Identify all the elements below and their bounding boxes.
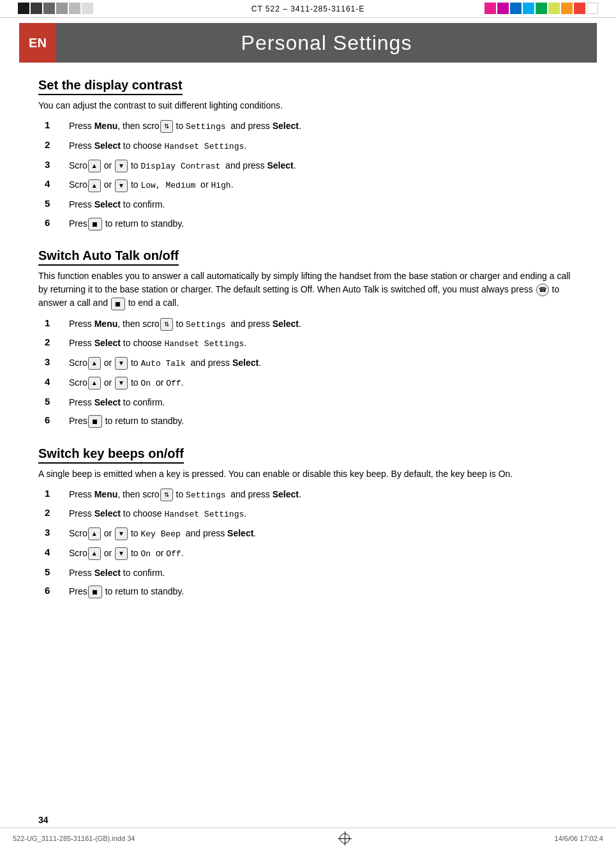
top-bar-text: CT 522 – 3411-285-31161-E (252, 4, 365, 13)
scroll-icon: ⇅ (160, 488, 173, 501)
step-2-6: 6 Pres⏹ to return to standby. (45, 414, 578, 428)
step-3-5: 5 Press Select to confirm. (45, 566, 578, 580)
step-text: Press Select to choose Handset Settings. (69, 139, 578, 154)
step-number: 6 (45, 584, 69, 596)
step-number: 3 (45, 526, 69, 538)
step-text: Scro▲ or ▼ to Display Contrast and press… (69, 158, 578, 174)
page-header: EN Personal Settings (19, 23, 597, 63)
scroll-icon: ⇅ (160, 120, 173, 133)
step-3-1: 1 Press Menu, then scro⇅ to Settings and… (45, 487, 578, 503)
keyword-select: Select (94, 140, 121, 151)
steps-key-beeps: 1 Press Menu, then scro⇅ to Settings and… (45, 487, 578, 599)
end-call-icon: ⏹ (88, 218, 102, 231)
keyword-menu: Menu (94, 489, 118, 499)
menu-item: Handset Settings (164, 339, 244, 349)
section-title-auto-talk: Switch Auto Talk on/off (38, 248, 179, 266)
scroll-up-icon: ▲ (88, 160, 101, 172)
step-number: 2 (45, 139, 69, 150)
scroll-down-icon: ▼ (115, 160, 128, 172)
menu-item: Handset Settings (164, 510, 244, 519)
keyword-menu: Menu (94, 121, 118, 131)
step-number: 2 (45, 506, 69, 518)
step-2-3: 3 Scro▲ or ▼ to Auto Talk and press Sele… (45, 356, 578, 371)
scroll-icon: ⇅ (160, 318, 173, 331)
step-3-6: 6 Pres⏹ to return to standby. (45, 584, 578, 598)
keyword-select: Select (94, 397, 121, 407)
steps-display-contrast: 1 Press Menu, then scro⇅ to Settings and… (45, 119, 578, 231)
step-text: Press Select to choose Handset Settings. (69, 336, 578, 351)
step-number: 2 (45, 336, 69, 347)
menu-item: Off (166, 549, 181, 559)
page-title: Personal Settings (56, 31, 597, 55)
menu-item: Key Beep (141, 529, 181, 539)
menu-item: High (211, 181, 230, 190)
scroll-down-icon: ▼ (115, 527, 128, 540)
step-text: Press Menu, then scro⇅ to Settings and p… (69, 119, 578, 134)
section-intro-display-contrast: You can adjust the contrast to suit diff… (38, 99, 578, 112)
footer-left: 522-UG_3111-285-31161-(GB).indd 34 (13, 835, 135, 842)
section-key-beeps: Switch key beeps on/off A single beep is… (38, 446, 578, 599)
scroll-up-icon: ▲ (88, 357, 101, 370)
menu-item: On (141, 549, 151, 559)
step-number: 4 (45, 178, 69, 189)
footer-reg-mark (340, 833, 350, 844)
menu-item: Auto Talk (141, 359, 186, 368)
step-2-5: 5 Press Select to confirm. (45, 395, 578, 409)
answer-call-icon: ☎ (536, 284, 549, 296)
registration-mark (340, 833, 350, 844)
language-badge: EN (19, 23, 56, 63)
step-1-3: 3 Scro▲ or ▼ to Display Contrast and pre… (45, 158, 578, 174)
section-intro-auto-talk: This function enables you to answer a ca… (38, 269, 578, 310)
step-number: 5 (45, 395, 69, 407)
keyword-select: Select (94, 508, 121, 519)
keyword-select: Select (94, 568, 121, 578)
page-footer: 522-UG_3111-285-31161-(GB).indd 34 14/6/… (0, 828, 616, 848)
step-1-5: 5 Press Select to confirm. (45, 197, 578, 211)
step-3-4: 4 Scro▲ or ▼ to On or Off. (45, 546, 578, 561)
scroll-up-icon: ▲ (88, 527, 101, 540)
section-display-contrast: Set the display contrast You can adjust … (38, 78, 578, 231)
step-number: 3 (45, 356, 69, 367)
scroll-down-icon: ▼ (115, 547, 128, 560)
step-text: Press Select to choose Handset Settings. (69, 506, 578, 522)
section-auto-talk: Switch Auto Talk on/off This function en… (38, 248, 578, 428)
scroll-up-icon: ▲ (88, 377, 101, 390)
keyword-menu: Menu (94, 319, 118, 329)
scroll-down-icon: ▼ (115, 357, 128, 370)
keyword-select: Select (227, 528, 253, 538)
step-3-2: 2 Press Select to choose Handset Setting… (45, 506, 578, 522)
scroll-up-icon: ▲ (88, 179, 101, 192)
menu-item: Settings (186, 490, 225, 500)
keyword-select: Select (94, 338, 121, 348)
step-text: Press Select to confirm. (69, 197, 578, 211)
step-number: 6 (45, 216, 69, 228)
step-3-3: 3 Scro▲ or ▼ to Key Beep and press Selec… (45, 526, 578, 541)
scroll-up-icon: ▲ (88, 547, 101, 560)
step-number: 6 (45, 414, 69, 425)
keyword-select: Select (273, 489, 299, 499)
menu-item: Display Contrast (141, 162, 221, 171)
menu-item: Handset Settings (164, 142, 244, 151)
keyword-select: Select (273, 121, 299, 131)
step-text: Press Menu, then scro⇅ to Settings and p… (69, 317, 578, 332)
section-title-key-beeps: Switch key beeps on/off (38, 446, 184, 464)
step-1-2: 2 Press Select to choose Handset Setting… (45, 139, 578, 154)
step-text: Scro▲ or ▼ to On or Off. (69, 546, 578, 561)
end-call-icon: ⏹ (88, 586, 102, 598)
step-number: 1 (45, 317, 69, 328)
keyword-select: Select (94, 199, 121, 209)
step-text: Press Menu, then scro⇅ to Settings and p… (69, 487, 578, 503)
step-2-4: 4 Scro▲ or ▼ to On or Off. (45, 375, 578, 391)
section-title-display-contrast: Set the display contrast (38, 78, 183, 95)
step-text: Pres⏹ to return to standby. (69, 414, 578, 428)
step-number: 1 (45, 487, 69, 499)
scroll-down-icon: ▼ (115, 179, 128, 192)
step-2-1: 1 Press Menu, then scro⇅ to Settings and… (45, 317, 578, 332)
footer-right: 14/6/06 17:02:4 (555, 835, 603, 842)
step-1-6: 6 Pres⏹ to return to standby. (45, 216, 578, 231)
step-1-4: 4 Scro▲ or ▼ to Low, Medium or High. (45, 178, 578, 193)
page-number: 34 (38, 815, 49, 825)
end-call-icon: ⏹ (111, 298, 125, 310)
top-registration-bar: CT 522 – 3411-285-31161-E (0, 0, 616, 18)
menu-item: Off (166, 379, 181, 388)
